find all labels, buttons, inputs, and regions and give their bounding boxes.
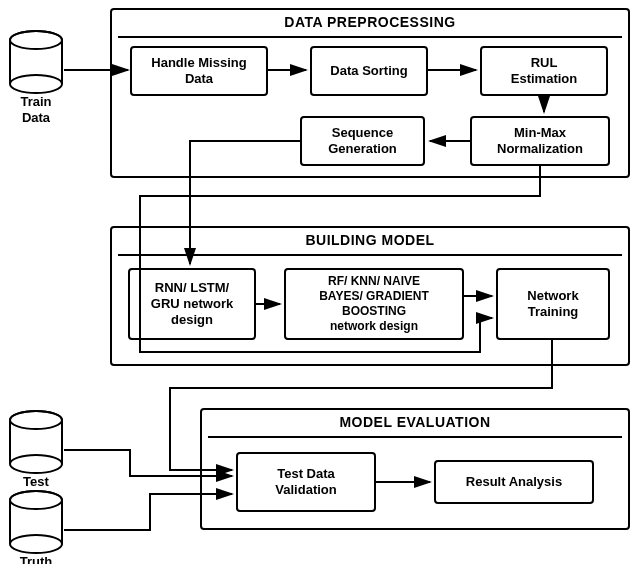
truth-data-cylinder: TruthData	[8, 490, 64, 554]
data-preprocessing-title: DATA PREPROCESSING	[284, 14, 455, 30]
divider	[208, 436, 622, 438]
train-data-cylinder: TrainData	[8, 30, 64, 94]
ml-design-box: RF/ KNN/ NAIVEBAYES/ GRADIENTBOOSTINGnet…	[284, 268, 464, 340]
data-sorting-box: Data Sorting	[310, 46, 428, 96]
truth-data-label: TruthData	[20, 554, 53, 564]
result-analysis-box: Result Analysis	[434, 460, 594, 504]
model-evaluation-title: MODEL EVALUATION	[339, 414, 490, 430]
divider	[118, 254, 622, 256]
divider	[118, 36, 622, 38]
svg-point-16	[10, 535, 62, 553]
sequence-generation-box: SequenceGeneration	[300, 116, 425, 166]
test-data-validation-box: Test DataValidation	[236, 452, 376, 512]
network-training-box: NetworkTraining	[496, 268, 610, 340]
minmax-normalization-box: Min-MaxNormalization	[470, 116, 610, 166]
rul-estimation-box: RULEstimation	[480, 46, 608, 96]
nn-design-box: RNN/ LSTM/GRU networkdesign	[128, 268, 256, 340]
svg-point-10	[10, 455, 62, 473]
handle-missing-data-box: Handle MissingData	[130, 46, 268, 96]
train-data-label: TrainData	[20, 94, 51, 125]
svg-point-4	[10, 75, 62, 93]
test-data-cylinder: TestData	[8, 410, 64, 474]
building-model-title: BUILDING MODEL	[305, 232, 434, 248]
